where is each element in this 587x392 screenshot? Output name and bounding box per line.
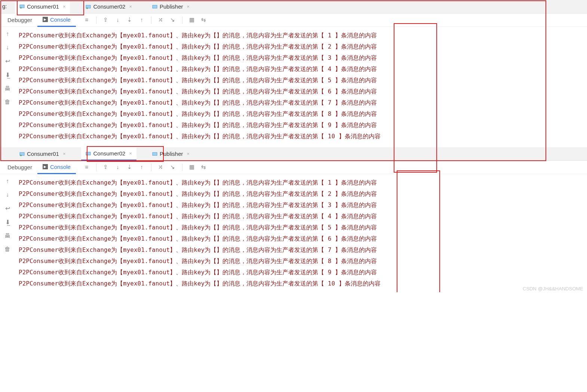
console-icon: ▶ <box>43 164 48 169</box>
tab-publisher[interactable]: Publisher × <box>148 0 194 13</box>
console-line: P2PConsumer收到来自Exchange为【myex01.fanout】、… <box>19 200 587 211</box>
console-line: P2PConsumer收到来自Exchange为【myex01.fanout】、… <box>19 97 587 108</box>
layout-icon[interactable]: ▦ <box>188 16 195 24</box>
tab-label: Consumer01 <box>27 151 59 157</box>
svg-point-6 <box>20 155 22 156</box>
debugger-label: Debugger <box>7 164 32 170</box>
console-line: P2PConsumer收到来自Exchange为【myex01.fanout】、… <box>19 211 587 222</box>
tab-publisher[interactable]: Publisher × <box>148 147 194 161</box>
trace-icon[interactable]: ↘ <box>169 16 176 24</box>
tool-row: Debugger ▶ Console ≡ ⇪ ↓ ⇣ ↑ ⤮ ↘ ▦ ⇆ <box>0 13 587 27</box>
up-icon[interactable]: ↑ <box>6 178 9 185</box>
console-line: P2PConsumer收到来自Exchange为【myex01.fanout】、… <box>19 120 587 131</box>
tab-consumer02[interactable]: Consumer02 × <box>81 147 136 161</box>
watermark: CSDN @JH&&HANDSOME <box>523 286 583 291</box>
clear-icon[interactable]: 🗑 <box>4 246 10 253</box>
force-step-icon[interactable]: ⇣ <box>126 164 133 171</box>
run-panel-consumer02: Consumer01 × Consumer02 × Publisher × De… <box>0 147 587 292</box>
console-tab[interactable]: ▶ Console <box>37 161 76 174</box>
console-line: P2PConsumer收到来自Exchange为【myex01.fanout】、… <box>19 256 587 267</box>
trace-icon[interactable]: ↘ <box>169 164 176 171</box>
console-line: P2PConsumer收到来自Exchange为【myex01.fanout】、… <box>19 177 587 188</box>
tool-row: Debugger ▶ Console ≡ ⇪ ↓ ⇣ ↑ ⤮ ↘ ▦ ⇆ <box>0 161 587 174</box>
tab-label: Publisher <box>160 3 183 10</box>
console-line: P2PConsumer收到来自Exchange为【myex01.fanout】、… <box>19 188 587 200</box>
tab-consumer01[interactable]: Consumer01 × <box>15 147 70 161</box>
run-config-icon <box>86 151 91 156</box>
console-line: P2PConsumer收到来自Exchange为【myex01.fanout】、… <box>19 64 587 75</box>
panel-label: g: <box>2 3 7 9</box>
run-config-icon <box>86 4 91 9</box>
console-line: P2PConsumer收到来自Exchange为【myex01.fanout】、… <box>19 278 587 289</box>
step-out-icon[interactable]: ↑ <box>138 164 145 171</box>
console-line: P2PConsumer收到来自Exchange为【myex01.fanout】、… <box>19 75 587 86</box>
evaluate-icon[interactable]: ⤮ <box>157 164 164 171</box>
tab-consumer02[interactable]: Consumer02 × <box>81 0 136 13</box>
run-panel-consumer01: g: Consumer01 × Consumer02 × Publisher ×… <box>0 0 587 145</box>
debugger-label: Debugger <box>7 17 32 23</box>
step-over-icon[interactable]: ⇪ <box>102 16 109 24</box>
console-label: Console <box>50 164 71 170</box>
svg-point-1 <box>20 7 22 9</box>
run-config-icon <box>19 4 25 9</box>
console-tab[interactable]: ▶ Console <box>37 13 76 27</box>
close-icon[interactable]: × <box>129 4 132 9</box>
step-over-icon[interactable]: ⇪ <box>102 164 109 171</box>
close-icon[interactable]: × <box>63 151 66 157</box>
console-line: P2PConsumer收到来自Exchange为【myex01.fanout】、… <box>19 222 587 233</box>
svg-rect-4 <box>153 5 157 8</box>
evaluate-icon[interactable]: ⤮ <box>157 16 164 24</box>
console-line: P2PConsumer收到来自Exchange为【myex01.fanout】、… <box>19 131 587 142</box>
wrap-icon[interactable]: ↩ <box>5 58 10 65</box>
debugger-tab[interactable]: Debugger <box>2 13 37 27</box>
up-icon[interactable]: ↑ <box>6 31 9 37</box>
tab-label: Publisher <box>160 151 183 157</box>
console-content: ↑ ↓ ↩ ⬇̲ 🖶 🗑 P2PConsumer收到来自Exchange为【my… <box>0 174 587 292</box>
console-output[interactable]: P2PConsumer收到来自Exchange为【myex01.fanout】、… <box>15 174 587 292</box>
close-icon[interactable]: × <box>187 151 190 157</box>
run-config-icon <box>152 4 157 9</box>
console-line: P2PConsumer收到来自Exchange为【myex01.fanout】、… <box>19 86 587 97</box>
soft-wrap-icon[interactable]: ≡ <box>83 164 90 171</box>
step-into-icon[interactable]: ↓ <box>114 164 121 171</box>
svg-rect-9 <box>153 152 157 155</box>
settings-icon[interactable]: ⇆ <box>200 164 207 171</box>
wrap-icon[interactable]: ↩ <box>5 205 10 212</box>
print-icon[interactable]: 🖶 <box>4 85 10 92</box>
soft-wrap-icon[interactable]: ≡ <box>83 16 90 24</box>
tab-consumer01[interactable]: Consumer01 × <box>15 0 70 13</box>
console-toolbar: ≡ ⇪ ↓ ⇣ ↑ ⤮ ↘ ▦ ⇆ <box>83 164 207 171</box>
clear-icon[interactable]: 🗑 <box>4 99 10 105</box>
scroll-end-icon[interactable]: ⬇̲ <box>5 71 10 78</box>
console-toolbar: ≡ ⇪ ↓ ⇣ ↑ ⤮ ↘ ▦ ⇆ <box>83 16 207 24</box>
divider <box>96 16 96 24</box>
console-output[interactable]: P2PConsumer收到来自Exchange为【myex01.fanout】、… <box>15 27 587 145</box>
run-config-icon <box>19 151 25 157</box>
console-line: P2PConsumer收到来自Exchange为【myex01.fanout】、… <box>19 30 587 41</box>
close-icon[interactable]: × <box>63 4 66 9</box>
close-icon[interactable]: × <box>129 151 132 156</box>
divider <box>182 164 182 171</box>
console-line: P2PConsumer收到来自Exchange为【myex01.fanout】、… <box>19 233 587 244</box>
svg-point-8 <box>86 154 88 156</box>
step-out-icon[interactable]: ↑ <box>138 16 145 24</box>
force-step-icon[interactable]: ⇣ <box>126 16 133 24</box>
close-icon[interactable]: × <box>187 4 190 9</box>
debugger-tab[interactable]: Debugger <box>2 161 37 174</box>
step-into-icon[interactable]: ↓ <box>114 16 121 24</box>
layout-icon[interactable]: ▦ <box>188 164 195 171</box>
down-icon[interactable]: ↓ <box>6 44 9 51</box>
run-tabs-bar: Consumer01 × Consumer02 × Publisher × <box>0 147 587 161</box>
scroll-end-icon[interactable]: ⬇̲ <box>5 219 10 226</box>
tab-label: Consumer02 <box>93 3 125 10</box>
tab-label: Consumer01 <box>27 3 59 10</box>
print-icon[interactable]: 🖶 <box>4 232 10 239</box>
divider <box>96 164 96 171</box>
divider <box>151 164 151 171</box>
console-gutter: ↑ ↓ ↩ ⬇̲ 🖶 🗑 <box>0 174 15 292</box>
console-line: P2PConsumer收到来自Exchange为【myex01.fanout】、… <box>19 267 587 278</box>
console-label: Console <box>50 16 71 23</box>
settings-icon[interactable]: ⇆ <box>200 16 207 24</box>
run-config-icon <box>152 151 157 157</box>
down-icon[interactable]: ↓ <box>6 191 9 198</box>
